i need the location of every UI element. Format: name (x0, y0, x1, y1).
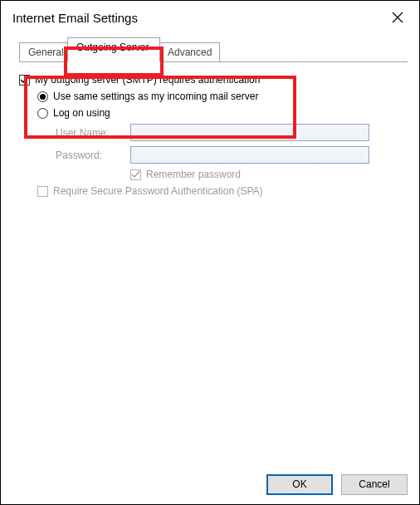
titlebar: Internet Email Settings (1, 1, 419, 34)
close-button[interactable] (383, 2, 413, 32)
spa-label: Require Secure Password Authentication (… (53, 185, 263, 197)
remember-password-row[interactable]: Remember password (130, 169, 401, 180)
close-icon (392, 12, 403, 23)
checkmark-icon (131, 170, 140, 179)
use-same-settings-label: Use same settings as my incoming mail se… (53, 91, 258, 102)
radio-dot-icon (40, 94, 46, 100)
requires-auth-checkbox[interactable] (19, 75, 30, 86)
log-on-using-label: Log on using (53, 107, 110, 119)
dialog-title: Internet Email Settings (12, 11, 383, 25)
remember-password-label: Remember password (146, 169, 241, 180)
remember-password-checkbox[interactable] (130, 169, 141, 180)
use-same-settings-radio[interactable] (37, 91, 48, 102)
password-input[interactable] (130, 146, 369, 164)
username-row: User Name: (56, 124, 401, 141)
tab-outgoing-server[interactable]: Outgoing Server (67, 37, 160, 62)
requires-auth-label: My outgoing server (SMTP) requires authe… (35, 74, 260, 86)
password-row: Password: (56, 146, 401, 164)
requires-auth-row[interactable]: My outgoing server (SMTP) requires authe… (19, 74, 401, 86)
tab-general[interactable]: General (19, 42, 69, 62)
username-label: User Name: (56, 127, 125, 139)
cancel-button[interactable]: Cancel (341, 474, 408, 495)
log-on-using-radio[interactable] (37, 108, 48, 119)
password-label: Password: (56, 150, 125, 161)
button-bar: OK Cancel (1, 464, 419, 504)
spa-checkbox[interactable] (37, 186, 48, 197)
internet-email-settings-dialog: Internet Email Settings General Outgoing… (0, 0, 420, 505)
tab-advanced[interactable]: Advanced (159, 42, 220, 62)
tab-strip: General Outgoing Server Advanced (19, 37, 408, 62)
log-on-using-row[interactable]: Log on using (37, 107, 401, 119)
use-same-settings-row[interactable]: Use same settings as my incoming mail se… (37, 91, 401, 102)
spa-row[interactable]: Require Secure Password Authentication (… (37, 185, 401, 197)
username-input[interactable] (130, 124, 369, 141)
tab-content: My outgoing server (SMTP) requires authe… (1, 62, 419, 464)
checkmark-icon (20, 76, 29, 85)
ok-button[interactable]: OK (266, 474, 333, 495)
